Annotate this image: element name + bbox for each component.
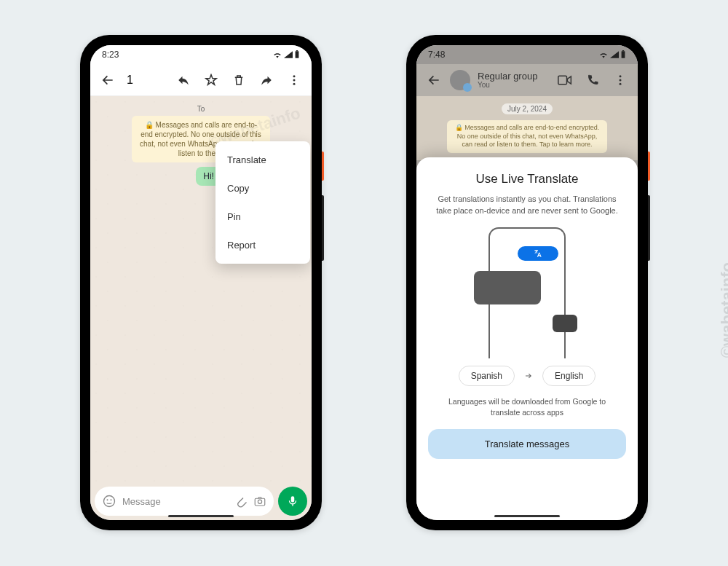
status-icons bbox=[272, 50, 300, 59]
date-chip: July 2, 2024 bbox=[502, 103, 553, 114]
svg-rect-11 bbox=[622, 51, 625, 58]
avatar[interactable] bbox=[450, 70, 470, 90]
video-call-button[interactable] bbox=[553, 68, 577, 92]
chat-toolbar: Regular group You bbox=[416, 64, 638, 96]
svg-rect-1 bbox=[296, 50, 298, 51]
phone-icon bbox=[586, 74, 599, 87]
clock: 7:48 bbox=[428, 50, 445, 60]
status-bar: 8:23 bbox=[90, 45, 312, 64]
svg-rect-12 bbox=[622, 50, 624, 51]
selection-count: 1 bbox=[127, 74, 133, 87]
forward-button[interactable] bbox=[255, 68, 278, 92]
chat-title[interactable]: Regular group bbox=[478, 71, 549, 81]
svg-point-9 bbox=[258, 500, 261, 503]
svg-point-7 bbox=[111, 499, 112, 500]
svg-point-14 bbox=[620, 75, 622, 77]
camera-icon[interactable] bbox=[253, 495, 266, 508]
status-icons bbox=[598, 50, 626, 59]
message-placeholder: Message bbox=[122, 496, 161, 507]
screen-right: 7:48 Regular group You bbox=[416, 45, 638, 520]
svg-rect-0 bbox=[296, 51, 299, 58]
power-button bbox=[322, 152, 324, 181]
svg-point-3 bbox=[293, 79, 296, 81]
star-button[interactable] bbox=[199, 68, 223, 92]
phone-left: 8:23 1 bbox=[80, 35, 322, 530]
more-button[interactable] bbox=[282, 68, 306, 92]
signal-icon bbox=[284, 51, 293, 58]
power-button bbox=[648, 152, 650, 181]
menu-pin[interactable]: Pin bbox=[215, 203, 310, 231]
delete-button[interactable] bbox=[227, 68, 250, 92]
volume-button bbox=[322, 195, 324, 261]
nav-bar[interactable] bbox=[494, 515, 560, 517]
wifi-icon bbox=[598, 51, 609, 58]
context-menu: Translate Copy Pin Report bbox=[215, 141, 310, 264]
clock: 8:23 bbox=[102, 50, 119, 60]
selection-toolbar: 1 bbox=[90, 64, 312, 96]
sheet-description: Get translations instantly as you chat. … bbox=[432, 194, 622, 217]
svg-point-2 bbox=[293, 75, 296, 77]
volume-button bbox=[648, 195, 650, 261]
svg-rect-13 bbox=[558, 76, 567, 84]
svg-point-4 bbox=[293, 82, 296, 84]
sheet-note: Languages will be downloaded from Google… bbox=[440, 396, 614, 417]
back-button[interactable] bbox=[422, 68, 446, 92]
screen-left: 8:23 1 bbox=[90, 45, 312, 520]
nav-bar[interactable] bbox=[168, 515, 234, 517]
message-input[interactable]: Message bbox=[95, 487, 274, 516]
phone-right: 7:48 Regular group You bbox=[406, 35, 648, 530]
battery-icon bbox=[620, 50, 626, 59]
attach-icon[interactable] bbox=[234, 495, 248, 508]
mic-icon bbox=[286, 495, 299, 508]
chat-subtitle: You bbox=[478, 81, 549, 89]
svg-point-6 bbox=[107, 499, 108, 500]
svg-rect-10 bbox=[291, 496, 295, 502]
svg-point-5 bbox=[104, 496, 115, 507]
chat-screen-dimmed: Regular group You July 2, 2024 🔒 bbox=[416, 64, 638, 520]
illustration bbox=[465, 227, 589, 358]
encryption-notice[interactable]: 🔒 Messages and calls are end-to-end encr… bbox=[447, 120, 607, 153]
menu-translate[interactable]: Translate bbox=[215, 146, 310, 174]
language-selector: Spanish English bbox=[459, 366, 596, 386]
wifi-icon bbox=[272, 51, 282, 58]
back-button[interactable] bbox=[96, 68, 119, 92]
lang-from[interactable]: Spanish bbox=[459, 366, 515, 386]
arrow-left-icon bbox=[100, 73, 115, 87]
dots-vertical-icon bbox=[614, 74, 627, 87]
arrow-left-icon bbox=[427, 73, 441, 87]
chat-area[interactable]: To 🔒 Messages and calls are end-to-end e… bbox=[90, 96, 312, 482]
reply-icon bbox=[177, 74, 190, 87]
star-icon bbox=[205, 74, 218, 87]
date-chip: To bbox=[96, 105, 306, 113]
live-translate-sheet: Use Live Translate Get translations inst… bbox=[416, 157, 638, 520]
call-button[interactable] bbox=[581, 68, 604, 92]
translate-button[interactable]: Translate messages bbox=[428, 429, 626, 459]
video-icon bbox=[558, 74, 572, 86]
sheet-title: Use Live Translate bbox=[476, 172, 579, 186]
menu-copy[interactable]: Copy bbox=[215, 174, 310, 203]
svg-point-15 bbox=[620, 79, 622, 82]
menu-report[interactable]: Report bbox=[215, 231, 310, 259]
dots-vertical-icon bbox=[288, 74, 301, 87]
lang-to[interactable]: English bbox=[542, 366, 596, 386]
signal-icon bbox=[610, 51, 619, 58]
reply-button[interactable] bbox=[172, 68, 195, 92]
trash-icon bbox=[232, 74, 245, 87]
emoji-icon[interactable] bbox=[102, 494, 116, 508]
forward-icon bbox=[260, 74, 273, 87]
battery-icon bbox=[294, 50, 300, 59]
more-button[interactable] bbox=[609, 68, 632, 92]
arrow-right-icon bbox=[523, 372, 534, 380]
svg-point-16 bbox=[620, 83, 622, 85]
mic-button[interactable] bbox=[278, 487, 307, 516]
translate-pill-icon bbox=[518, 246, 558, 261]
status-bar: 7:48 bbox=[416, 45, 638, 64]
